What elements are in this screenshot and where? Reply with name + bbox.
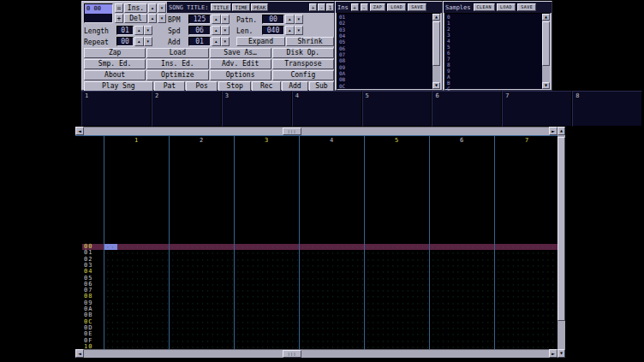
pattern-cell[interactable]: ············· (170, 257, 234, 263)
pattern-cell[interactable]: ············· (235, 306, 299, 312)
pattern-cell[interactable]: ············· (235, 344, 299, 349)
pattern-cell[interactable]: ············· (104, 288, 169, 294)
top-scroll-track[interactable]: ||| (84, 127, 549, 135)
order-up2-button[interactable]: ▴ (148, 14, 157, 23)
pattern-cell[interactable]: ············· (430, 300, 494, 306)
scope-channel-7[interactable]: 7 (502, 91, 572, 127)
order-list[interactable]: 0 00 (84, 3, 113, 23)
pattern-cell[interactable]: ············· (300, 282, 364, 288)
pattern-cell[interactable]: ············· (365, 319, 429, 325)
instrument-slot-04[interactable]: 04 (337, 33, 432, 39)
pattern-cell[interactable]: ············· (104, 282, 169, 288)
pattern-cell[interactable]: ············· (104, 294, 169, 300)
pattern-cell[interactable]: ············· (495, 250, 558, 256)
pattern-cell[interactable]: ············· (495, 257, 558, 263)
pattern-cell[interactable]: ············· (365, 250, 429, 256)
pattern-cell[interactable]: ············· (495, 306, 558, 312)
pattern-cell[interactable]: ············· (365, 294, 429, 300)
scope-channel-8[interactable]: 8 (572, 91, 642, 127)
pattern-channel-header-5[interactable]: 5 (364, 137, 429, 145)
order-down2-button[interactable]: ▾ (158, 14, 166, 23)
order-delete-button[interactable]: Del (124, 14, 147, 23)
sample-scroll-down-icon[interactable]: ▼ (542, 82, 550, 89)
pattern-cell[interactable]: ············· (235, 338, 299, 344)
instrument-slot-01[interactable]: 01 (337, 14, 432, 20)
order-insert-button[interactable]: Ins. (124, 3, 147, 13)
samples-load-button[interactable]: Load (497, 3, 516, 11)
menu-load-button[interactable]: Load (146, 48, 208, 58)
bpm-spinner-up[interactable]: ▴ (212, 15, 221, 24)
pattern-cell[interactable]: ············· (170, 306, 234, 312)
order-expand-button[interactable]: = (115, 3, 123, 13)
pattern-cell[interactable]: ············· (104, 319, 169, 325)
pattern-cell[interactable]: ············· (300, 312, 364, 318)
pattern-cell[interactable]: ············· (430, 306, 494, 312)
instrument-slot-09[interactable]: 09 (337, 64, 432, 70)
scroll-down-icon[interactable]: ▼ (558, 349, 565, 358)
length-spinner-down[interactable]: ▾ (144, 26, 153, 35)
scope-channel-5[interactable]: 5 (362, 91, 432, 127)
pattern-cell[interactable]: ············· (495, 338, 558, 344)
pattern-cell[interactable]: ············· (365, 257, 429, 263)
pattern-cell[interactable]: ············· (495, 276, 558, 282)
pattern-length-spinner-down[interactable]: ▾ (295, 26, 304, 35)
pattern-cell[interactable]: ············· (300, 288, 364, 294)
pattern-cell[interactable]: ············· (365, 276, 429, 282)
vertical-scroll-handle[interactable] (558, 137, 565, 321)
instrument-list[interactable]: 0102030405060708090A0B0C ▲ ▼ (337, 13, 441, 90)
pattern-cell[interactable]: ············· (104, 344, 169, 349)
pattern-cell[interactable]: ············· (430, 282, 494, 288)
pattern-cell[interactable]: ············· (495, 288, 558, 294)
repeat-spinner-down[interactable]: ▾ (144, 37, 153, 46)
pattern-cell[interactable]: ············· (495, 300, 558, 306)
pattern-cell[interactable]: ············· (430, 269, 494, 275)
instrument-scroll-up-icon[interactable]: ▲ (432, 14, 440, 21)
pattern-channel-header-4[interactable]: 4 (299, 137, 364, 145)
pattern-cell[interactable]: ············· (430, 244, 494, 250)
pattern-cell[interactable]: ············· (170, 244, 234, 250)
instrument-scroll-down-icon[interactable]: ▼ (432, 82, 440, 89)
order-up-button[interactable]: ▴ (148, 3, 157, 13)
scope-channel-4[interactable]: 4 (292, 91, 362, 127)
pattern-cell[interactable]: ············· (365, 300, 429, 306)
scope-channel-1[interactable]: 1 (81, 91, 152, 127)
menu-adv-edit-button[interactable]: Adv. Edit (210, 59, 271, 69)
scroll-right-icon[interactable]: ► (549, 127, 558, 135)
instruments-load-button[interactable]: Load (387, 3, 406, 11)
pattern-cell[interactable]: ············· (300, 294, 364, 300)
sample-slot-1[interactable]: 1 (445, 20, 542, 26)
pattern-cell[interactable]: ············· (170, 263, 234, 269)
pattern-cell[interactable]: ············· (430, 257, 494, 263)
pattern-cell[interactable]: ············· (170, 331, 234, 337)
sample-slot-9[interactable]: 9 (445, 68, 542, 74)
instrument-slot-02[interactable]: 02 (337, 20, 432, 26)
pattern-cell[interactable]: ············· (495, 331, 558, 337)
expand-button[interactable]: Expand (236, 37, 285, 46)
sample-slot-4[interactable]: 4 (445, 38, 542, 44)
pattern-cell[interactable]: ············· (170, 300, 234, 306)
pattern-cell[interactable]: ············· (235, 319, 299, 325)
pattern-cell[interactable]: ············· (300, 300, 364, 306)
instrument-scroll-track[interactable] (432, 21, 440, 82)
pattern-cell[interactable]: ············· (235, 250, 299, 256)
pattern-cell[interactable]: ············· (235, 312, 299, 318)
pattern-cell[interactable]: ············· (104, 250, 169, 256)
pattern-cell[interactable]: ············· (235, 288, 299, 294)
pattern-cell[interactable]: ············· (495, 319, 558, 325)
pattern-cell[interactable]: ············· (104, 244, 169, 250)
menu-zap-button[interactable]: Zap (84, 48, 146, 58)
order-down-button[interactable]: ▾ (158, 3, 166, 13)
pattern-bottom-scrollbar[interactable]: ◄ ||| ► (75, 349, 558, 358)
pattern-cell[interactable]: ············· (235, 276, 299, 282)
order-plus-button[interactable]: + (115, 14, 123, 23)
pattern-cell[interactable]: ············· (170, 269, 234, 275)
instrument-slot-03[interactable]: 03 (337, 27, 432, 33)
bottom-scroll-grip[interactable]: ||| (283, 350, 301, 358)
pattern-cell[interactable]: ············· (365, 344, 429, 349)
pattern-cell[interactable]: ············· (170, 319, 234, 325)
instrument-slot-0B[interactable]: 0B (337, 76, 432, 82)
instrument-scroll-handle[interactable] (432, 21, 440, 66)
add-step-spinner-up[interactable]: ▴ (212, 37, 221, 46)
pattern-cell[interactable]: ············· (170, 294, 234, 300)
sample-slot-2[interactable]: 2 (445, 26, 542, 32)
